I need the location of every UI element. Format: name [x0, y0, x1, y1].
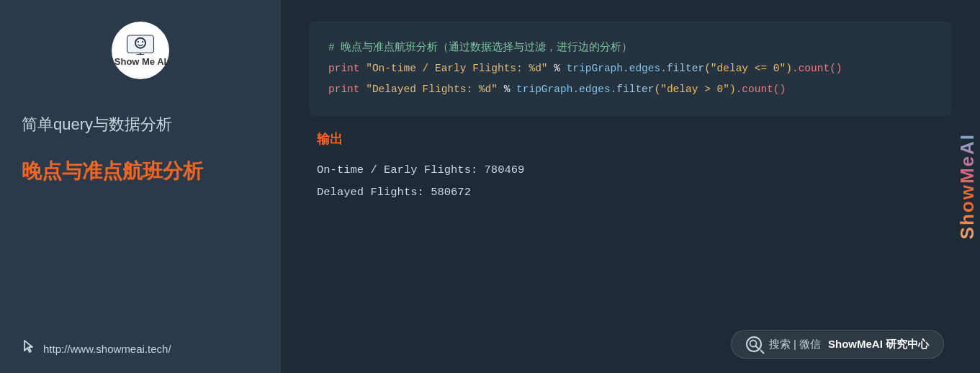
cursor-icon [22, 339, 37, 359]
code-method-1: tripGraph.edges. [567, 63, 667, 74]
footer-link[interactable]: http://www.showmeai.tech/ [22, 325, 259, 359]
logo-text: Show Me AI [114, 56, 166, 67]
output-line-2: Delayed Flights: 580672 [317, 181, 944, 204]
code-count-2: .count() [736, 84, 786, 95]
kw-print-2: print [328, 84, 360, 95]
sidebar: Show Me AI 简单query与数据分析 晚点与准点航班分析 http:/… [0, 0, 281, 373]
main-content: ShowMeAI # 晚点与准点航班分析（通过数据选择与过滤，进行边的分析） p… [281, 0, 980, 373]
code-filter-arg-1: ("delay <= 0") [704, 63, 792, 74]
search-icon [746, 336, 762, 352]
code-comment: # 晚点与准点航班分析（通过数据选择与过滤，进行边的分析） [328, 42, 632, 53]
subtitle: 简单query与数据分析 [22, 112, 259, 136]
footer-bar[interactable]: 搜索 | 微信 ShowMeAI 研究中心 [731, 330, 944, 359]
output-line-1: On-time / Early Flights: 780469 [317, 159, 944, 181]
code-line-2: print "Delayed Flights: %d" % tripGraph.… [328, 79, 932, 100]
kw-print-1: print [328, 63, 360, 74]
watermark: ShowMeAI [954, 0, 980, 373]
logo-icon [126, 35, 155, 55]
code-filter-arg-2: ("delay > 0") [655, 84, 736, 95]
logo-area: Show Me AI [22, 22, 259, 84]
svg-point-3 [138, 40, 139, 42]
code-count-1: .count() [792, 63, 842, 74]
logo-circle: Show Me AI [112, 22, 169, 79]
code-op-1: % [554, 63, 566, 74]
code-string-2: "Delayed Flights: %d" [366, 84, 498, 95]
code-filter-1: filter [667, 63, 704, 74]
footer-bar-separator: 搜索 | 微信 [769, 338, 821, 351]
main-title: 晚点与准点航班分析 [22, 158, 259, 185]
footer-url: http://www.showmeai.tech/ [43, 343, 171, 355]
code-method-2: tripGraph.edges. [516, 84, 616, 95]
output-label: 输出 [317, 130, 944, 148]
output-section: 输出 On-time / Early Flights: 780469 Delay… [310, 130, 951, 204]
code-string-1: "On-time / Early Flights: %d" [366, 63, 547, 74]
code-block: # 晚点与准点航班分析（通过数据选择与过滤，进行边的分析） print "On-… [310, 22, 951, 116]
watermark-text: ShowMeAI [956, 133, 979, 239]
svg-line-8 [755, 346, 758, 349]
footer-bar-brand: ShowMeAI 研究中心 [828, 338, 929, 351]
code-filter-2: filter [616, 84, 654, 95]
code-op-2: % [504, 84, 516, 95]
code-line-1: print "On-time / Early Flights: %d" % tr… [328, 58, 932, 79]
svg-point-4 [142, 40, 143, 42]
